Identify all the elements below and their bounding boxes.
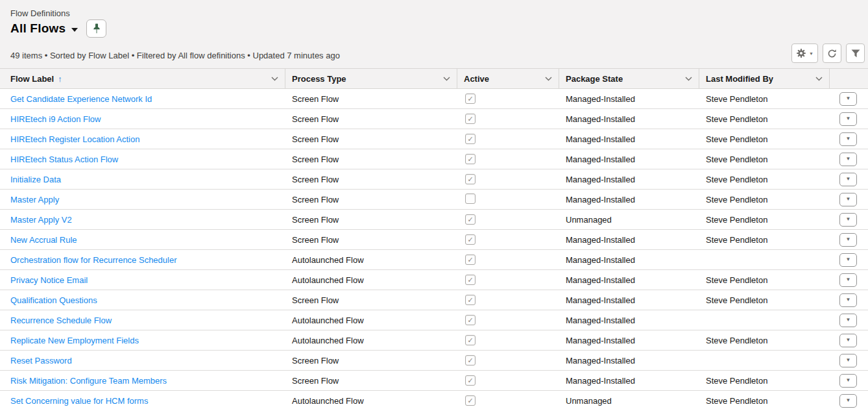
row-actions-button[interactable]: ▼ (839, 132, 857, 146)
process-type-value: Screen Flow (292, 356, 339, 366)
column-header-flow-label[interactable]: Flow Label↑ (0, 68, 285, 89)
gear-icon (796, 48, 806, 58)
flow-label-link[interactable]: HIREtech Status Action Flow (10, 155, 118, 164)
refresh-button[interactable] (823, 43, 841, 63)
last-modified-by-value: Steve Pendleton (706, 175, 767, 184)
active-checkbox[interactable]: ✓ (465, 134, 476, 144)
row-actions-button[interactable]: ▼ (839, 92, 857, 106)
row-actions-button[interactable]: ▼ (839, 273, 857, 287)
process-type-value: Screen Flow (292, 155, 339, 164)
chevron-down-icon[interactable] (271, 77, 278, 81)
package-state-value: Unmanaged (566, 396, 612, 406)
table-row: Initialize DataScreen Flow✓Managed-Insta… (0, 169, 868, 190)
row-actions-button[interactable]: ▼ (839, 233, 857, 247)
active-checkbox[interactable]: ✓ (465, 93, 476, 104)
flow-label-link[interactable]: Initialize Data (10, 175, 61, 184)
flow-definitions-table: Flow Label↑Process TypeActivePackage Sta… (0, 68, 868, 409)
pin-icon (92, 23, 101, 34)
row-actions-button[interactable]: ▼ (839, 374, 857, 388)
table-row: Set Concerning value for HCM formsAutola… (0, 391, 868, 409)
row-actions-button[interactable]: ▼ (839, 173, 857, 186)
flow-label-link[interactable]: Set Concerning value for HCM forms (10, 396, 148, 406)
row-actions-button[interactable]: ▼ (839, 314, 857, 327)
column-header-process-type[interactable]: Process Type (285, 68, 457, 89)
package-state-value: Managed-Installed (566, 114, 635, 124)
list-view-controls-button[interactable]: ▼ (791, 43, 818, 63)
flow-label-link[interactable]: Risk Mitigation: Configure Team Members (10, 376, 167, 386)
flow-label-link[interactable]: Master Apply (10, 195, 59, 204)
view-title: All Flows (10, 21, 66, 36)
active-checkbox[interactable]: ✓ (465, 174, 476, 184)
row-actions-button[interactable]: ▼ (839, 253, 857, 267)
active-checkbox[interactable]: ✓ (465, 295, 476, 305)
caret-down-icon: ▼ (809, 51, 814, 56)
active-checkbox[interactable]: ✓ (465, 315, 476, 325)
flow-label-link[interactable]: Get Candidate Experience Network Id (10, 94, 152, 104)
row-actions-button[interactable]: ▼ (839, 193, 857, 206)
last-modified-by-value: Steve Pendleton (706, 134, 767, 144)
caret-down-icon: ▼ (846, 197, 851, 202)
active-checkbox[interactable]: ✓ (465, 275, 476, 285)
process-type-value: Screen Flow (292, 175, 339, 184)
flow-label-link[interactable]: Orchestration flow for Recurrence Schedu… (10, 255, 177, 265)
column-header-last-modified-by[interactable]: Last Modified By (699, 68, 830, 89)
flow-label-link[interactable]: Replicate New Employment Fields (10, 336, 139, 345)
package-state-value: Managed-Installed (566, 175, 635, 184)
package-state-value: Unmanaged (566, 215, 612, 225)
last-modified-by-value: Steve Pendleton (706, 376, 767, 386)
process-type-value: Screen Flow (292, 215, 339, 225)
chevron-down-icon[interactable] (545, 77, 552, 81)
row-actions-button[interactable]: ▼ (839, 293, 857, 307)
flow-label-link[interactable]: Master Apply V2 (10, 215, 72, 225)
caret-down-icon: ▼ (846, 257, 851, 262)
sort-ascending-icon: ↑ (58, 74, 62, 84)
package-state-value: Managed-Installed (566, 295, 635, 305)
row-actions-button[interactable]: ▼ (839, 153, 857, 166)
flow-label-link[interactable]: Recurrence Schedule Flow (10, 316, 112, 325)
row-actions-button[interactable]: ▼ (839, 394, 857, 408)
flow-label-link[interactable]: Reset Password (10, 356, 72, 366)
active-checkbox[interactable]: ✓ (465, 254, 476, 265)
column-header-package-state[interactable]: Package State (559, 68, 699, 89)
row-actions-button[interactable]: ▼ (839, 354, 857, 367)
chevron-down-icon[interactable] (685, 77, 692, 81)
filter-button[interactable] (846, 43, 865, 63)
caret-down-icon: ▼ (846, 177, 851, 182)
chevron-down-icon[interactable] (815, 77, 823, 81)
active-checkbox[interactable]: ✓ (465, 335, 476, 345)
flow-label-link[interactable]: Privacy Notice Email (10, 275, 88, 285)
active-checkbox[interactable]: ✓ (465, 355, 476, 366)
last-modified-by-value: Steve Pendleton (706, 295, 767, 305)
active-checkbox[interactable]: ✓ (465, 214, 476, 225)
table-row: Get Candidate Experience Network IdScree… (0, 89, 868, 109)
column-label: Flow Label (10, 74, 54, 84)
active-checkbox[interactable]: ✓ (465, 234, 476, 245)
package-state-value: Managed-Installed (566, 376, 635, 386)
row-actions-button[interactable]: ▼ (839, 334, 857, 347)
package-state-value: Managed-Installed (566, 235, 635, 245)
pin-button[interactable] (86, 19, 106, 38)
active-checkbox[interactable]: ✓ (465, 395, 476, 406)
flow-label-link[interactable]: HIREtech Register Location Action (10, 134, 139, 144)
last-modified-by-value: Steve Pendleton (706, 215, 767, 225)
flow-label-link[interactable]: New Accrual Rule (10, 235, 77, 245)
chevron-down-icon[interactable] (443, 77, 450, 81)
view-selector-caret-icon[interactable] (71, 28, 78, 32)
process-type-value: Autolaunched Flow (292, 275, 364, 285)
flow-label-link[interactable]: HIREtech i9 Action Flow (10, 114, 101, 124)
active-checkbox[interactable]: ✓ (465, 375, 476, 386)
process-type-value: Screen Flow (292, 195, 339, 204)
active-checkbox[interactable]: ✓ (465, 114, 476, 124)
flow-label-link[interactable]: Qualification Questions (10, 295, 97, 305)
active-checkbox[interactable]: ✓ (465, 154, 476, 164)
last-modified-by-value: Steve Pendleton (706, 155, 767, 164)
column-header-active[interactable]: Active (457, 68, 559, 89)
table-header-row: Flow Label↑Process TypeActivePackage Sta… (0, 68, 868, 89)
process-type-value: Screen Flow (292, 114, 339, 124)
caret-down-icon: ▼ (846, 297, 851, 303)
row-actions-button[interactable]: ▼ (839, 112, 857, 126)
row-actions-button[interactable]: ▼ (839, 213, 857, 227)
table-row: HIREtech Status Action FlowScreen Flow✓M… (0, 149, 868, 169)
active-checkbox[interactable] (465, 193, 476, 204)
table-head: Flow Label↑Process TypeActivePackage Sta… (0, 68, 868, 89)
